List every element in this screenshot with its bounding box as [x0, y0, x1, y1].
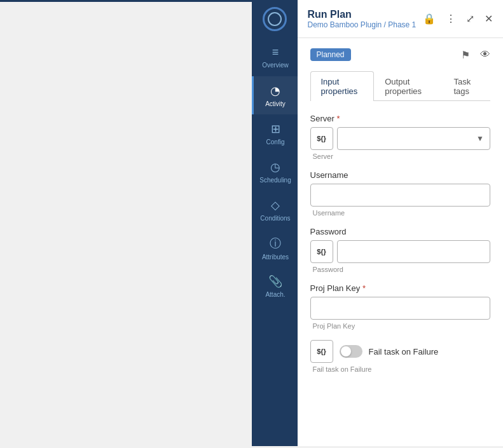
sidebar-label-attributes: Attributes — [262, 254, 289, 261]
proj-plan-key-input[interactable] — [310, 297, 491, 320]
username-hint: Username — [313, 209, 491, 217]
server-select-wrapper: ▼ — [337, 127, 491, 150]
password-input-row: ${} — [310, 240, 491, 263]
tab-bar: Input properties Output properties Task … — [310, 71, 491, 101]
sidebar-label-conditions: Conditions — [260, 215, 290, 222]
sidebar: ≡ Overview ◔ Activity ⊞ Config ◷ Schedul… — [252, 0, 298, 446]
server-label: Server * — [310, 114, 491, 123]
flag-icon[interactable]: ⚑ — [461, 49, 470, 61]
server-select[interactable] — [337, 127, 491, 150]
username-input[interactable] — [310, 184, 491, 207]
proj-plan-key-label: Proj Plan Key * — [310, 283, 491, 293]
sidebar-label-overview: Overview — [262, 62, 289, 69]
lock-icon[interactable]: 🔒 — [423, 13, 436, 25]
sidebar-item-activity[interactable]: ◔ Activity — [252, 76, 298, 114]
server-var-button[interactable]: ${} — [310, 127, 333, 150]
fail-task-label: Fail task on Failure — [369, 347, 439, 356]
status-badge: Planned — [310, 48, 351, 61]
sidebar-item-overview[interactable]: ≡ Overview — [252, 38, 298, 76]
username-label: Username — [310, 170, 491, 180]
more-icon[interactable]: ⋮ — [446, 13, 456, 25]
close-icon[interactable]: ✕ — [485, 13, 493, 25]
sidebar-item-config[interactable]: ⊞ Config — [252, 114, 298, 153]
fail-task-toggle[interactable] — [340, 345, 362, 358]
title-area: Run Plan Demo Bamboo Plugin / Phase 1 — [308, 9, 417, 29]
password-input[interactable] — [337, 240, 491, 263]
conditions-icon: ◇ — [271, 198, 280, 212]
fail-task-row: ${} Fail task on Failure — [310, 340, 491, 363]
server-hint: Server — [313, 153, 491, 160]
sidebar-label-attach: Attach. — [265, 291, 285, 298]
sidebar-item-attach[interactable]: 📎 Attach. — [252, 267, 298, 305]
header: Run Plan Demo Bamboo Plugin / Phase 1 🔒 … — [298, 0, 504, 38]
server-input-row: ${} ▼ — [310, 127, 491, 150]
tab-task-tags[interactable]: Task tags — [443, 71, 490, 101]
header-left: Run Plan Demo Bamboo Plugin / Phase 1 — [308, 9, 417, 29]
sidebar-label-config: Config — [266, 139, 285, 146]
tab-output-properties[interactable]: Output properties — [374, 71, 443, 101]
password-var-button[interactable]: ${} — [310, 240, 333, 263]
header-actions: 🔒 ⋮ ⤢ ✕ — [423, 13, 493, 25]
status-bar: Planned ⚑ 👁 — [310, 48, 491, 61]
status-icons: ⚑ 👁 — [461, 49, 490, 61]
proj-plan-key-field: Proj Plan Key * Proj Plan Key — [310, 283, 491, 330]
password-field: Password ${} Password — [310, 227, 491, 273]
breadcrumb: Demo Bamboo Plugin / Phase 1 — [308, 20, 417, 29]
password-hint: Password — [313, 266, 491, 273]
page-title: Run Plan — [308, 9, 417, 20]
fail-task-field: ${} Fail task on Failure Fail task on Fa… — [310, 340, 491, 373]
overview-icon: ≡ — [272, 46, 279, 59]
attributes-icon: ⓘ — [270, 236, 281, 251]
logo-icon — [263, 7, 287, 31]
sidebar-label-scheduling: Scheduling — [259, 177, 291, 184]
breadcrumb-prefix: Demo Bamboo Plugin / — [308, 20, 389, 29]
attach-icon: 📎 — [268, 275, 282, 288]
config-icon: ⊞ — [271, 122, 280, 136]
main-panel: Run Plan Demo Bamboo Plugin / Phase 1 🔒 … — [298, 0, 504, 446]
server-field: Server * ${} ▼ Server — [310, 114, 491, 160]
fail-task-var-button[interactable]: ${} — [310, 340, 333, 363]
sidebar-item-scheduling[interactable]: ◷ Scheduling — [252, 153, 298, 191]
tab-input-properties[interactable]: Input properties — [310, 71, 375, 101]
password-label: Password — [310, 227, 491, 236]
sidebar-label-activity: Activity — [265, 100, 286, 107]
app-logo — [252, 0, 298, 38]
breadcrumb-link[interactable]: Phase 1 — [388, 20, 416, 29]
proj-plan-key-hint: Proj Plan Key — [313, 322, 491, 330]
fail-task-hint: Fail task on Failure — [313, 365, 491, 373]
eye-icon[interactable]: 👁 — [480, 49, 490, 61]
sidebar-item-conditions[interactable]: ◇ Conditions — [252, 191, 298, 229]
expand-icon[interactable]: ⤢ — [466, 13, 474, 25]
toggle-knob — [341, 346, 351, 356]
activity-icon: ◔ — [270, 84, 280, 98]
content-area: Planned ⚑ 👁 Input properties Output prop… — [298, 38, 504, 446]
username-field: Username Username — [310, 170, 491, 217]
sidebar-item-attributes[interactable]: ⓘ Attributes — [252, 229, 298, 267]
scheduling-icon: ◷ — [270, 160, 280, 174]
